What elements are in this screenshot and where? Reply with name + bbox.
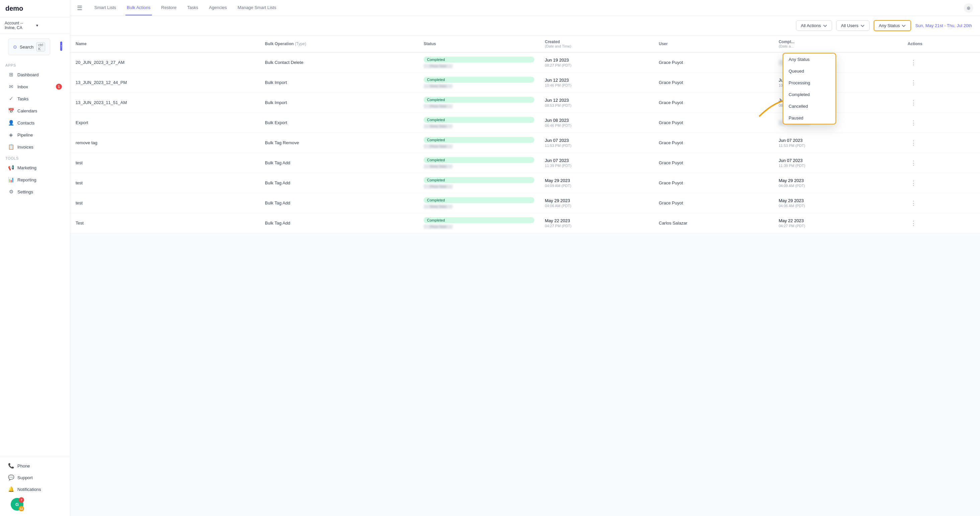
cell-bulk-operation: Bulk Import xyxy=(259,73,418,93)
bell-icon: 🔔 xyxy=(8,486,14,492)
nav-restore[interactable]: Restore xyxy=(160,0,178,15)
sidebar-item-label: Dashboard xyxy=(18,72,62,77)
status-badge: Completed xyxy=(423,137,534,143)
sidebar-item-phone[interactable]: 📞 Phone xyxy=(3,460,67,471)
nav-tasks[interactable]: Tasks xyxy=(186,0,199,15)
sidebar-item-dashboard[interactable]: ⊞ Dashboard xyxy=(3,69,67,80)
cell-completed: May 29 202304:09 AM (PDT) xyxy=(773,173,902,193)
sidebar-item-marketing[interactable]: 📢 Marketing xyxy=(3,162,67,174)
status-badge: Completed xyxy=(423,177,534,183)
nav-manage-smart-lists[interactable]: Manage Smart Lists xyxy=(236,0,278,15)
cell-name: 20_JUN_2023_3_27_AM xyxy=(70,53,259,73)
row-actions-button[interactable]: ⋮ xyxy=(908,78,919,88)
cell-name: Export xyxy=(70,113,259,133)
sidebar-item-pipeline[interactable]: ◈ Pipeline xyxy=(3,129,67,140)
hamburger-icon[interactable]: ☰ xyxy=(77,4,82,12)
sidebar-item-label: Phone xyxy=(18,463,62,468)
tools-section-label: Tools xyxy=(0,153,70,162)
reporting-icon: 📊 xyxy=(8,177,14,183)
cell-created: Jun 12 2023 08:53 PM (PDT) xyxy=(540,93,654,113)
sidebar-item-label: Inbox xyxy=(18,84,52,89)
sidebar-item-reporting[interactable]: 📊 Reporting xyxy=(3,174,67,185)
sidebar-item-tasks[interactable]: ✓ Tasks xyxy=(3,93,67,104)
cell-created: Jun 19 2023 08:27 PM (PDT) xyxy=(540,53,654,73)
sidebar-item-notifications[interactable]: 🔔 Notifications xyxy=(3,484,67,495)
dropdown-item-cancelled[interactable]: Cancelled xyxy=(783,100,835,112)
row-actions-button[interactable]: ⋮ xyxy=(908,198,919,208)
sidebar-item-label: Notifications xyxy=(18,487,62,492)
row-actions-button[interactable]: ⋮ xyxy=(908,118,919,128)
cell-name: Test xyxy=(70,213,259,233)
status-badge: Completed xyxy=(423,157,534,163)
account-label: Account -- Irvine, CA xyxy=(5,21,34,30)
row-actions-button[interactable]: ⋮ xyxy=(908,218,919,228)
sidebar-item-label: Reporting xyxy=(18,177,62,182)
row-actions-button[interactable]: ⋮ xyxy=(908,138,919,148)
any-status-button[interactable]: Any Status xyxy=(873,20,912,31)
cell-actions: ⋮ xyxy=(902,213,980,233)
any-status-label: Any Status xyxy=(879,23,900,28)
settings-icon: ⚙ xyxy=(8,189,14,195)
col-name: Name xyxy=(70,35,259,53)
user-avatar[interactable]: G 7 12 xyxy=(11,498,24,511)
cell-user: Grace Puyot xyxy=(654,113,773,133)
dropdown-item-completed[interactable]: Completed xyxy=(783,89,835,100)
cell-user: Grace Puyot xyxy=(654,53,773,73)
cell-completed: Jun 07 202311:53 PM (PDT) xyxy=(773,133,902,153)
invoices-icon: 📋 xyxy=(8,144,14,150)
date-range-button[interactable]: Sun, May 21st - Thu, Jul 20th xyxy=(915,23,972,28)
sidebar-bottom: 📞 Phone 💬 Support 🔔 Notifications G 7 12 xyxy=(0,457,70,516)
calendars-icon: 📅 xyxy=(8,108,14,114)
sidebar-item-invoices[interactable]: 📋 Invoices xyxy=(3,141,67,153)
cell-completed: May 22 202304:27 PM (PDT) xyxy=(773,213,902,233)
status-badge: Completed xyxy=(423,197,534,203)
dropdown-item-paused[interactable]: Paused xyxy=(783,112,835,124)
cell-status: CompletedShow Stats xyxy=(418,93,539,113)
nav-smart-lists[interactable]: Smart Lists xyxy=(93,0,118,15)
nav-settings-icon[interactable]: ⊕ xyxy=(964,3,973,13)
logo-area: demo xyxy=(0,0,70,18)
col-actions: Actions xyxy=(902,35,980,53)
cell-actions: ⋮ xyxy=(902,93,980,113)
cell-actions: ⋮ xyxy=(902,153,980,173)
row-actions-button[interactable]: ⋮ xyxy=(908,57,919,68)
nav-bulk-actions[interactable]: Bulk Actions xyxy=(126,0,152,15)
sidebar-item-contacts[interactable]: 👤 Contacts xyxy=(3,117,67,129)
all-users-button[interactable]: All Users xyxy=(836,21,870,31)
search-button[interactable]: ⊙ Search ctrl K xyxy=(8,38,50,55)
col-created: Created (Date and Time) xyxy=(540,35,654,53)
cell-status: CompletedShow Stats xyxy=(418,53,539,73)
sidebar-item-calendars[interactable]: 📅 Calendars xyxy=(3,105,67,116)
cell-bulk-operation: Bulk Tag Add xyxy=(259,213,418,233)
table-row: Test Bulk Tag Add CompletedShow Stats Ma… xyxy=(70,213,980,233)
cell-completed: May 29 202304:06 AM (PDT) xyxy=(773,193,902,213)
table-row: test Bulk Tag Add CompletedShow Stats Ju… xyxy=(70,153,980,173)
row-actions-button[interactable]: ⋮ xyxy=(908,158,919,168)
dropdown-item-queued[interactable]: Queued xyxy=(783,65,835,77)
cell-status: CompletedShow Stats xyxy=(418,193,539,213)
row-actions-button[interactable]: ⋮ xyxy=(908,178,919,188)
upload-button[interactable]: ↑ xyxy=(60,41,62,51)
sidebar-item-label: Contacts xyxy=(18,121,62,126)
sidebar-item-label: Tasks xyxy=(18,96,62,101)
all-actions-button[interactable]: All Actions xyxy=(796,21,832,31)
cell-created: Jun 07 2023 11:39 PM (PDT) xyxy=(540,153,654,173)
sidebar-item-inbox[interactable]: ✉ Inbox 1 xyxy=(3,81,67,92)
cell-created: May 22 2023 04:27 PM (PDT) xyxy=(540,213,654,233)
cell-bulk-operation: Bulk Tag Add xyxy=(259,173,418,193)
dashboard-icon: ⊞ xyxy=(8,72,14,78)
bulk-actions-table: Name Bulk Operation (Type) Status Create… xyxy=(70,35,980,233)
nav-agencies[interactable]: Agencies xyxy=(208,0,228,15)
sidebar-item-support[interactable]: 💬 Support xyxy=(3,472,67,483)
sidebar-item-label: Support xyxy=(18,475,62,480)
row-actions-button[interactable]: ⋮ xyxy=(908,98,919,108)
dropdown-item-processing[interactable]: Processing xyxy=(783,77,835,89)
dropdown-item-any-status[interactable]: Any Status xyxy=(783,54,835,65)
cell-created: Jun 08 2023 06:46 PM (PDT) xyxy=(540,113,654,133)
tasks-icon: ✓ xyxy=(8,96,14,102)
contacts-icon: 👤 xyxy=(8,120,14,126)
account-selector[interactable]: Account -- Irvine, CA ▾ xyxy=(0,18,70,34)
status-badge: Completed xyxy=(423,97,534,103)
avatar-badge-2: 12 xyxy=(19,506,24,511)
sidebar-item-settings[interactable]: ⚙ Settings xyxy=(3,186,67,197)
